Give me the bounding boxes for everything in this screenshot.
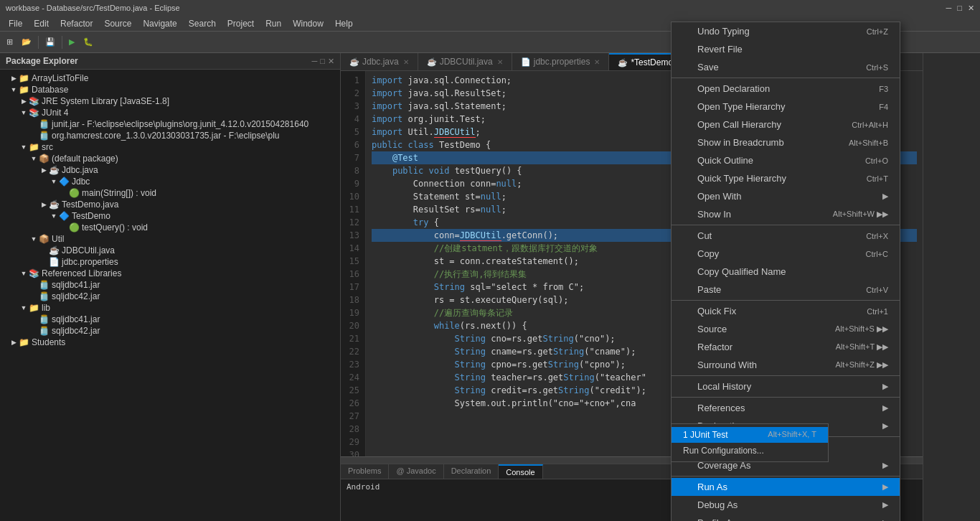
left-panel: Package Explorer ─ □ ✕ ▶📁ArrayListToFile… xyxy=(0,53,341,521)
menu-item-file[interactable]: File xyxy=(3,17,28,30)
tree-item[interactable]: 🫙sqljdbc41.jar xyxy=(0,279,340,291)
submenu-item-runconfigurations[interactable]: Run Configurations... xyxy=(672,443,828,459)
editor-tab-jdbcjava[interactable]: ☕Jdbc.java✕ xyxy=(341,53,418,70)
tree-item[interactable]: ▶📚JRE System Library [JavaSE-1.8] xyxy=(0,95,340,107)
line-number: 9 xyxy=(347,177,359,190)
tree-item[interactable]: 🫙org.hamcrest.core_1.3.0.v201303031735.j… xyxy=(0,130,340,141)
title-bar: workbase - Database/src/TestDemo.java - … xyxy=(0,0,980,16)
tree-item[interactable]: ▼📚Referenced Libraries xyxy=(0,268,340,279)
editor-tab-jdbcutiljava[interactable]: ☕JDBCUtil.java✕ xyxy=(418,53,512,70)
tree-item[interactable]: ▼📦Util xyxy=(0,233,340,245)
tree-item[interactable]: 📄jdbc.properties xyxy=(0,256,340,268)
toolbar-debug-button[interactable]: 🐛 xyxy=(80,34,97,50)
context-menu-separator xyxy=(672,476,900,477)
context-menu-item-opencallhierarchy[interactable]: Open Call HierarchyCtrl+Alt+H xyxy=(672,116,900,133)
line-number: 21 xyxy=(347,332,359,345)
panel-maximize-icon[interactable]: □ xyxy=(320,57,325,66)
context-menu-item-debugas[interactable]: Debug As▶ xyxy=(672,496,900,514)
menu-item-navigate[interactable]: Navigate xyxy=(137,17,182,30)
tree-item[interactable]: ▶📁ArrayListToFile xyxy=(0,72,340,84)
submenu-item-junittest[interactable]: 1 JUnit TestAlt+Shift+X, T xyxy=(672,427,828,443)
toolbar-save-button[interactable]: 💾 xyxy=(42,34,59,50)
tree-item[interactable]: ▶☕Jdbc.java xyxy=(0,164,340,176)
context-menu-item-undotyping[interactable]: Undo TypingCtrl+Z xyxy=(672,22,900,40)
line-number: 17 xyxy=(347,281,359,294)
context-menu-item-showin[interactable]: Show InAlt+Shift+W ▶▶ xyxy=(672,205,900,223)
toolbar-run-button[interactable]: ▶ xyxy=(65,34,78,50)
context-menu-separator xyxy=(672,375,900,376)
line-number: 1 xyxy=(347,74,359,87)
tree-item[interactable]: ▼📁lib xyxy=(0,302,340,314)
line-number: 24 xyxy=(347,371,359,384)
tree-item[interactable]: 🟢testQuery() : void xyxy=(0,222,340,233)
tree-item[interactable]: ☕JDBCUtil.java xyxy=(0,245,340,256)
tree-item[interactable]: 🫙sqljdbc42.jar xyxy=(0,325,340,337)
tree-item[interactable]: ▼🔷TestDemo xyxy=(0,210,340,222)
context-menu-item-cut[interactable]: CutCtrl+X xyxy=(672,227,900,245)
title-text: workbase - Database/src/TestDemo.java - … xyxy=(6,4,180,12)
context-menu-item-refactor[interactable]: RefactorAlt+Shift+T ▶▶ xyxy=(672,338,900,356)
context-menu-item-quickoutline[interactable]: Quick OutlineCtrl+O xyxy=(672,151,900,169)
bottom-tab-declaration[interactable]: Declaration xyxy=(444,464,499,479)
tree-item[interactable]: 🟢main(String[]) : void xyxy=(0,187,340,199)
line-number: 28 xyxy=(347,423,359,436)
line-number: 16 xyxy=(347,268,359,281)
context-menu-item-showinbreadcrumb[interactable]: Show in BreadcrumbAlt+Shift+B xyxy=(672,133,900,151)
bottom-tab-javadoc[interactable]: @ Javadoc xyxy=(389,464,443,479)
menu-item-project[interactable]: Project xyxy=(222,17,260,30)
bottom-tab-problems[interactable]: Problems xyxy=(341,464,389,479)
context-menu-item-openwith[interactable]: Open With▶ xyxy=(672,187,900,205)
context-menu-item-localhistory[interactable]: Local History▶ xyxy=(672,377,900,395)
menu-item-edit[interactable]: Edit xyxy=(28,17,55,30)
close-button[interactable]: ✕ xyxy=(968,4,974,13)
context-menu-separator xyxy=(672,397,900,398)
line-number: 18 xyxy=(347,294,359,306)
tree-item[interactable]: ▶📁Students xyxy=(0,337,340,348)
context-menu-item-revertfile[interactable]: Revert File xyxy=(672,40,900,58)
menu-item-search[interactable]: Search xyxy=(183,17,222,30)
tree-item[interactable]: 🫙sqljdbc41.jar xyxy=(0,314,340,325)
restore-button[interactable]: □ xyxy=(957,4,962,13)
menu-item-refactor[interactable]: Refactor xyxy=(55,17,98,30)
menu-item-source[interactable]: Source xyxy=(98,17,137,30)
tree-item[interactable]: ▼📚JUnit 4 xyxy=(0,107,340,118)
tree-item[interactable]: 🫙sqljdbc42.jar xyxy=(0,291,340,302)
context-menu-item-surroundwith[interactable]: Surround WithAlt+Shift+Z ▶▶ xyxy=(672,356,900,374)
line-number: 2 xyxy=(347,87,359,100)
line-number: 6 xyxy=(347,139,359,151)
context-menu-item-copy[interactable]: CopyCtrl+C xyxy=(672,245,900,263)
context-menu-separator xyxy=(672,78,900,78)
window-controls[interactable]: ─ □ ✕ xyxy=(946,4,974,13)
tree-item[interactable]: 🫙junit.jar - F:\eclipse\eclipse\plugins\… xyxy=(0,118,340,130)
context-menu-item-references[interactable]: References▶ xyxy=(672,399,900,417)
menu-item-run[interactable]: Run xyxy=(260,17,287,30)
context-menu-item-opendeclaration[interactable]: Open DeclarationF3 xyxy=(672,80,900,98)
panel-minimize-icon[interactable]: ─ xyxy=(312,57,318,66)
minimize-button[interactable]: ─ xyxy=(946,4,952,13)
tree-item[interactable]: ▼📁src xyxy=(0,141,340,153)
tree-item[interactable]: ▼📁Database xyxy=(0,84,340,95)
context-menu-item-copyqualifiedname[interactable]: Copy Qualified Name xyxy=(672,263,900,281)
line-number: 4 xyxy=(347,113,359,126)
context-menu-item-profileas[interactable]: Profile As▶ xyxy=(672,514,900,521)
context-menu-item-quickfix[interactable]: Quick FixCtrl+1 xyxy=(672,302,900,320)
context-menu-item-opentypehierarchy[interactable]: Open Type HierarchyF4 xyxy=(672,98,900,116)
line-number: 3 xyxy=(347,100,359,113)
toolbar-new-button[interactable]: ⊞ xyxy=(3,34,17,50)
tree-item[interactable]: ▼📦(default package) xyxy=(0,153,340,164)
context-menu-item-paste[interactable]: PasteCtrl+V xyxy=(672,281,900,299)
context-menu-item-runas[interactable]: Run As▶ xyxy=(672,478,900,496)
tree-item[interactable]: ▼🔷Jdbc xyxy=(0,176,340,187)
context-menu-item-source[interactable]: SourceAlt+Shift+S ▶▶ xyxy=(672,320,900,338)
line-numbers: 1234567891011121314151617181920212223242… xyxy=(341,71,366,456)
menu-item-help[interactable]: Help xyxy=(329,17,359,30)
context-menu-item-quicktypehierarchy[interactable]: Quick Type HierarchyCtrl+T xyxy=(672,169,900,187)
bottom-tab-console[interactable]: Console xyxy=(499,464,542,479)
editor-tab-jdbcproperties[interactable]: 📄jdbc.properties✕ xyxy=(512,53,610,70)
tree-item[interactable]: ▶☕TestDemo.java xyxy=(0,199,340,210)
menu-item-window[interactable]: Window xyxy=(287,17,329,30)
panel-controls: ─ □ ✕ xyxy=(312,57,334,66)
context-menu-item-save[interactable]: SaveCtrl+S xyxy=(672,58,900,76)
toolbar-open-button[interactable]: 📂 xyxy=(18,34,35,50)
panel-close-icon[interactable]: ✕ xyxy=(328,57,334,66)
